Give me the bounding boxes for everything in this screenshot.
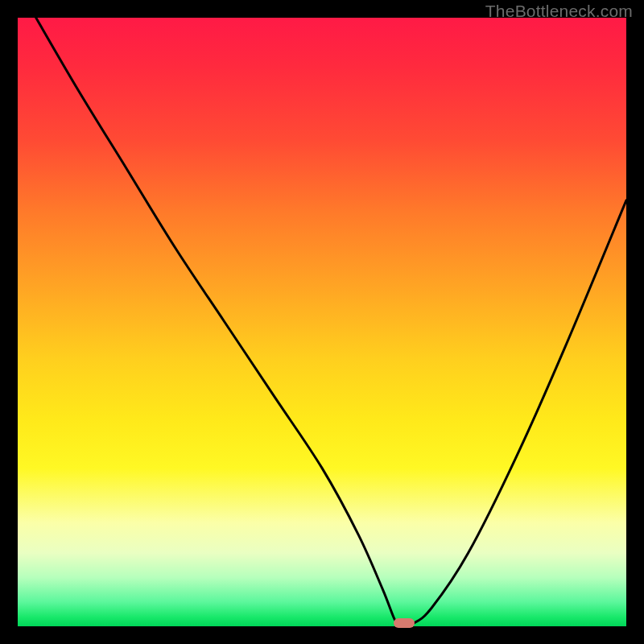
curve-path — [36, 18, 626, 625]
plot-area — [18, 18, 626, 626]
chart-frame: TheBottleneck.com — [0, 0, 644, 644]
bottleneck-curve — [18, 18, 626, 626]
watermark-text: TheBottleneck.com — [485, 2, 633, 21]
optimal-marker — [394, 618, 415, 628]
